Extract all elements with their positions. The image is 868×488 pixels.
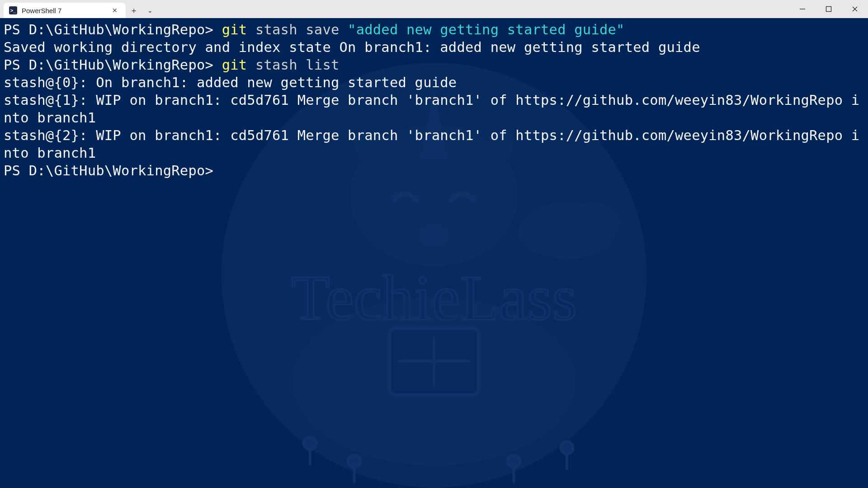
terminal-segment: stash@{1}: WIP on branch1: cd5d761 Merge… [4,92,859,126]
tab-dropdown-button[interactable]: ⌄ [142,3,158,18]
maximize-button[interactable] [816,0,842,18]
new-tab-button[interactable]: ＋ [126,3,142,18]
svg-text:TechieLass: TechieLass [291,263,577,333]
terminal-segment: PS D:\GitHub\WorkingRepo> [4,22,222,38]
terminal-line: PS D:\GitHub\WorkingRepo> git stash save… [4,21,864,38]
terminal-line: Saved working directory and index state … [4,38,864,56]
tab-close-button[interactable]: ✕ [110,6,119,15]
close-window-button[interactable] [842,0,868,18]
terminal-segment: Saved working directory and index state … [4,39,700,55]
titlebar-drag-region[interactable] [158,0,789,18]
minimize-button[interactable] [789,0,816,18]
terminal-line: PS D:\GitHub\WorkingRepo> [4,162,864,179]
terminal-output: PS D:\GitHub\WorkingRepo> git stash save… [0,18,868,182]
terminal-segment: stash@{0}: On branch1: added new getting… [4,75,457,90]
terminal-segment: "added new getting started guide" [348,22,625,38]
terminal-segment: git [222,57,247,73]
svg-point-7 [292,297,576,465]
svg-rect-8 [390,328,478,395]
terminal-segment: PS D:\GitHub\WorkingRepo> [4,163,213,178]
minimize-icon [799,6,806,12]
svg-point-12 [567,202,620,241]
window-titlebar: >_ PowerShell 7 ✕ ＋ ⌄ [0,0,868,18]
terminal-segment: stash save [247,22,348,38]
terminal-line: stash@{1}: WIP on branch1: cd5d761 Merge… [4,91,864,127]
window-controls [789,0,868,18]
terminal-viewport[interactable]: TechieLass PS D:\GitHub\WorkingRepo> git… [0,18,868,488]
tab-powershell[interactable]: >_ PowerShell 7 ✕ [4,3,126,18]
svg-point-11 [518,202,616,259]
svg-point-18 [508,455,520,467]
svg-point-14 [304,437,316,450]
terminal-segment: PS D:\GitHub\WorkingRepo> [4,57,222,73]
terminal-line: stash@{0}: On branch1: added new getting… [4,74,864,91]
svg-point-16 [348,455,360,467]
terminal-line: stash@{2}: WIP on branch1: cd5d761 Merge… [4,127,864,162]
terminal-segment: stash list [247,57,339,73]
tab-strip: >_ PowerShell 7 ✕ ＋ ⌄ [0,0,158,18]
terminal-line: PS D:\GitHub\WorkingRepo> git stash list [4,56,864,74]
tab-title: PowerShell 7 [22,7,106,14]
powershell-icon: >_ [9,6,17,14]
terminal-segment: stash@{2}: WIP on branch1: cd5d761 Merge… [4,127,859,161]
svg-point-20 [561,441,573,454]
terminal-segment: git [222,22,247,38]
maximize-icon [826,6,832,12]
svg-point-6 [420,225,448,246]
close-icon [852,6,858,12]
svg-rect-1 [826,7,831,12]
